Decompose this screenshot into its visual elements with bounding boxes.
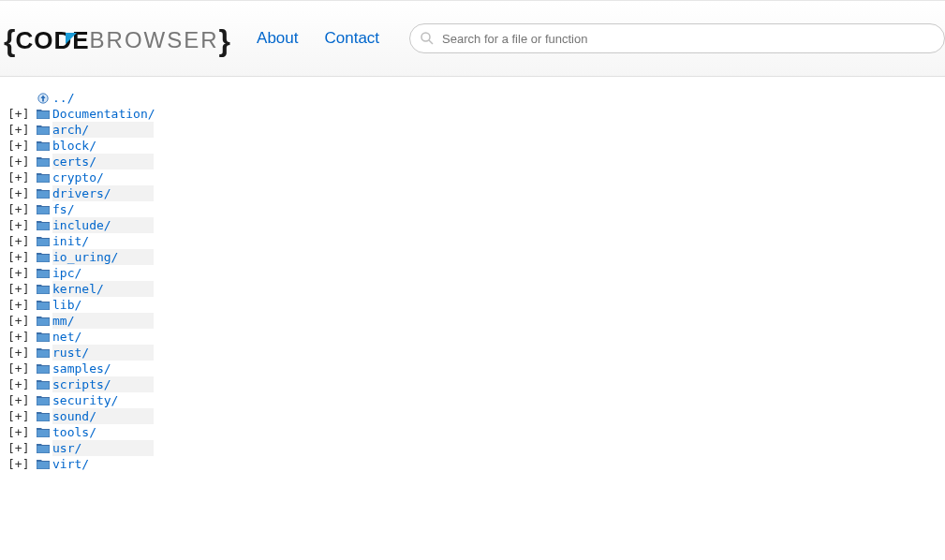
- folder-icon: [34, 332, 52, 343]
- expander-button[interactable]: [+]: [7, 392, 34, 408]
- logo-accent-icon: [66, 33, 77, 44]
- parent-link[interactable]: ../: [52, 91, 74, 105]
- directory-link[interactable]: arch/: [52, 123, 89, 137]
- directory-link[interactable]: mm/: [52, 314, 74, 328]
- directory-link[interactable]: usr/: [52, 441, 81, 455]
- expander-button[interactable]: [+]: [7, 185, 34, 201]
- folder-icon: [34, 268, 52, 279]
- up-arrow-icon: [34, 93, 52, 104]
- folder-icon: [34, 284, 52, 295]
- directory-row: [+]security/: [7, 392, 938, 408]
- folder-icon: [34, 188, 52, 199]
- svg-line-1: [429, 40, 433, 44]
- directory-row: [+]virt/: [7, 456, 938, 472]
- directory-link[interactable]: samples/: [52, 361, 111, 376]
- directory-link[interactable]: init/: [52, 234, 89, 248]
- directory-link[interactable]: scripts/: [52, 377, 111, 391]
- directory-link[interactable]: certs/: [52, 155, 96, 169]
- nav-contact[interactable]: Contact: [324, 29, 379, 48]
- expander-button[interactable]: [+]: [7, 217, 34, 233]
- directory-link[interactable]: crypto/: [52, 170, 104, 184]
- expander-button[interactable]: [+]: [7, 376, 34, 392]
- search-input[interactable]: [442, 32, 935, 46]
- expander-button[interactable]: [+]: [7, 233, 34, 249]
- folder-icon: [34, 220, 52, 231]
- directory-row: [+]usr/: [7, 440, 938, 456]
- folder-icon: [34, 140, 52, 152]
- expander-button[interactable]: [+]: [7, 329, 34, 345]
- expander-button[interactable]: [+]: [7, 313, 34, 329]
- directory-link[interactable]: fs/: [52, 202, 74, 216]
- svg-rect-25: [37, 462, 50, 469]
- expander-button[interactable]: [+]: [7, 297, 34, 313]
- directory-row: [+]lib/: [7, 297, 938, 313]
- directory-link[interactable]: net/: [52, 330, 81, 344]
- logo-browser: BROWSER: [90, 27, 219, 53]
- expander-button[interactable]: [+]: [7, 201, 34, 217]
- top-nav: About Contact: [257, 29, 379, 48]
- directory-link[interactable]: ipc/: [52, 266, 81, 280]
- folder-icon: [34, 427, 52, 438]
- directory-link[interactable]: virt/: [52, 457, 89, 471]
- folder-icon: [34, 204, 52, 215]
- expander-button[interactable]: [+]: [7, 122, 34, 138]
- site-logo[interactable]: { CODE BROWSER }: [4, 20, 230, 58]
- svg-rect-12: [37, 255, 50, 262]
- folder-icon: [34, 395, 52, 406]
- directory-link[interactable]: rust/: [52, 346, 89, 360]
- logo-brace-left: {: [4, 23, 15, 58]
- svg-rect-9: [37, 207, 50, 214]
- svg-rect-14: [37, 287, 50, 294]
- directory-link[interactable]: tools/: [52, 425, 96, 439]
- directory-row: [+]samples/: [7, 361, 938, 376]
- header: { CODE BROWSER } About Contact: [0, 0, 945, 77]
- svg-rect-3: [37, 111, 50, 119]
- expander-button[interactable]: [+]: [7, 345, 34, 361]
- expander-button[interactable]: [+]: [7, 138, 34, 154]
- expander-button[interactable]: [+]: [7, 456, 34, 472]
- expander-button[interactable]: [+]: [7, 424, 34, 440]
- svg-rect-19: [37, 366, 50, 374]
- expander-button[interactable]: [+]: [7, 106, 34, 122]
- svg-rect-16: [37, 318, 50, 326]
- expander-button[interactable]: [+]: [7, 265, 34, 281]
- folder-icon: [34, 172, 52, 184]
- directory-link[interactable]: kernel/: [52, 282, 104, 296]
- svg-rect-18: [37, 350, 50, 358]
- directory-link[interactable]: sound/: [52, 409, 96, 423]
- directory-link[interactable]: block/: [52, 139, 96, 153]
- svg-rect-5: [37, 143, 50, 151]
- directory-row: [+]crypto/: [7, 169, 938, 185]
- parent-row: ../: [7, 90, 938, 106]
- expander-button[interactable]: [+]: [7, 440, 34, 456]
- directory-row: [+]arch/: [7, 122, 938, 138]
- folder-icon: [34, 252, 52, 263]
- expander-button[interactable]: [+]: [7, 408, 34, 424]
- directory-row: [+]block/: [7, 138, 938, 154]
- directory-link[interactable]: lib/: [52, 298, 81, 312]
- svg-rect-23: [37, 430, 50, 437]
- directory-row: [+]include/: [7, 217, 938, 233]
- directory-link[interactable]: io_uring/: [52, 250, 118, 264]
- expander-button[interactable]: [+]: [7, 169, 34, 185]
- svg-point-0: [421, 33, 430, 41]
- directory-row: [+]certs/: [7, 154, 938, 169]
- svg-rect-11: [37, 239, 50, 246]
- folder-icon: [34, 236, 52, 247]
- directory-listing: ../ [+]Documentation/[+]arch/[+]block/[+…: [0, 77, 945, 485]
- directory-link[interactable]: security/: [52, 393, 118, 407]
- directory-row: [+]kernel/: [7, 281, 938, 297]
- expander-button[interactable]: [+]: [7, 249, 34, 265]
- nav-about[interactable]: About: [257, 29, 298, 48]
- expander-button[interactable]: [+]: [7, 361, 34, 376]
- svg-rect-13: [37, 271, 50, 278]
- search-box[interactable]: [409, 23, 945, 53]
- expander-button[interactable]: [+]: [7, 281, 34, 297]
- directory-link[interactable]: drivers/: [52, 186, 111, 200]
- directory-link[interactable]: Documentation/: [52, 107, 155, 121]
- logo-brace-right: }: [219, 23, 230, 58]
- directory-row: [+]drivers/: [7, 185, 938, 201]
- expander-button[interactable]: [+]: [7, 154, 34, 169]
- svg-rect-22: [37, 414, 50, 421]
- directory-link[interactable]: include/: [52, 218, 111, 232]
